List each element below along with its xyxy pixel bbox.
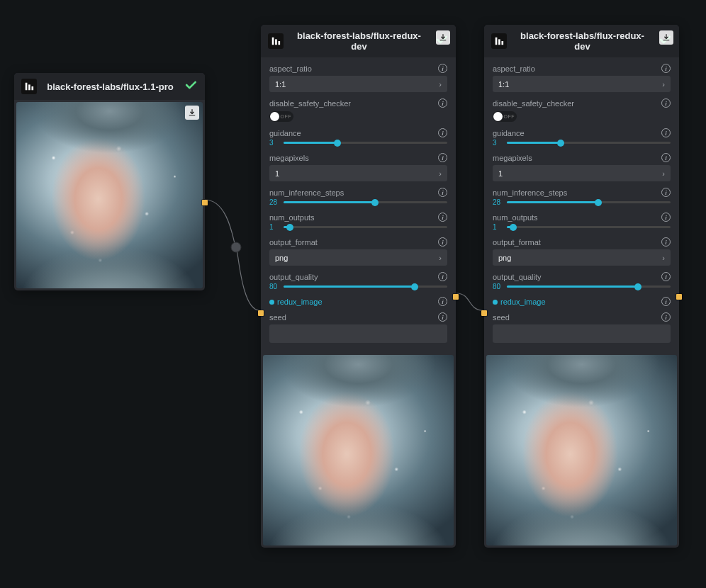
info-icon[interactable]: i [438, 188, 447, 197]
output-handle[interactable] [202, 200, 208, 205]
safety-toggle[interactable]: OFF [493, 111, 671, 122]
param-label: num_inference_steps [269, 188, 344, 197]
param-guidance: guidancei 3 [261, 126, 456, 151]
node-flux-pro[interactable]: black-forest-labs/flux-1.1-pro [14, 73, 205, 290]
megapixels-select[interactable]: 1› [269, 165, 447, 181]
info-icon[interactable]: i [438, 312, 447, 322]
node-header[interactable]: black-forest-labs/flux-redux-dev [484, 25, 679, 57]
info-icon[interactable]: i [661, 128, 671, 137]
param-label: megapixels [269, 154, 309, 162]
chevron-right-icon: › [439, 80, 442, 89]
info-icon[interactable]: i [438, 272, 447, 281]
param-aspect-ratio: aspect_ratioi 1:1› [261, 62, 456, 96]
input-handle-redux-image[interactable] [258, 310, 264, 316]
info-icon[interactable]: i [661, 272, 671, 281]
node-flux-redux-b[interactable]: black-forest-labs/flux-redux-dev aspect_… [484, 25, 679, 548]
info-icon[interactable]: i [661, 237, 671, 247]
seed-input[interactable] [269, 324, 447, 343]
input-handle-redux-image[interactable] [481, 310, 487, 316]
param-guidance: guidancei 3 [484, 126, 679, 151]
param-label: megapixels [493, 154, 532, 162]
replicate-logo-icon [491, 33, 507, 49]
info-icon[interactable]: i [438, 98, 447, 108]
info-icon[interactable]: i [661, 98, 671, 108]
svg-rect-4 [272, 38, 274, 45]
node-header[interactable]: black-forest-labs/flux-1.1-pro [14, 73, 205, 100]
aspect-ratio-select[interactable]: 1:1› [493, 76, 671, 92]
format-select[interactable]: png› [269, 249, 447, 266]
param-seed: seedi [484, 310, 679, 347]
svg-rect-7 [495, 38, 498, 45]
param-label: aspect_ratio [493, 64, 535, 73]
info-icon[interactable]: i [661, 312, 671, 322]
param-seed: seedi [261, 310, 456, 347]
param-redux-image: redux_imagei [484, 295, 679, 310]
info-icon[interactable]: i [661, 188, 671, 197]
param-label: num_inference_steps [493, 188, 567, 197]
info-icon[interactable]: i [438, 153, 447, 162]
output-handle[interactable] [453, 294, 459, 300]
param-disable-safety: disable_safety_checkeri OFF [484, 96, 679, 126]
chevron-right-icon: › [662, 254, 665, 262]
svg-rect-1 [26, 83, 28, 91]
quality-slider[interactable]: 80 [269, 283, 447, 290]
steps-slider[interactable]: 28 [269, 198, 447, 206]
svg-rect-9 [502, 41, 504, 45]
guidance-slider[interactable]: 3 [493, 139, 671, 147]
generated-image[interactable] [486, 355, 677, 545]
seed-input[interactable] [493, 324, 671, 343]
steps-slider[interactable]: 28 [493, 198, 671, 206]
info-icon[interactable]: i [661, 153, 671, 162]
chevron-right-icon: › [439, 254, 442, 262]
param-label: disable_safety_checker [269, 99, 351, 108]
param-label: output_quality [269, 273, 318, 281]
megapixels-select[interactable]: 1› [493, 165, 671, 181]
guidance-slider[interactable]: 3 [269, 139, 447, 147]
info-icon[interactable]: i [661, 297, 671, 306]
param-disable-safety: disable_safety_checkeri OFF [261, 96, 456, 126]
node-title: black-forest-labs/flux-1.1-pro [44, 81, 176, 92]
param-num-outputs: num_outputsi 1 [261, 210, 456, 235]
safety-toggle[interactable]: OFF [269, 111, 447, 122]
aspect-ratio-select[interactable]: 1:1› [269, 76, 447, 92]
check-icon [184, 78, 198, 95]
param-label: seed [269, 313, 286, 322]
info-icon[interactable]: i [438, 297, 447, 306]
generated-image[interactable] [263, 355, 454, 545]
param-megapixels: megapixelsi 1› [261, 151, 456, 186]
info-icon[interactable]: i [438, 128, 447, 137]
download-button[interactable] [659, 30, 673, 45]
node-header[interactable]: black-forest-labs/flux-redux-dev [261, 25, 456, 57]
param-label: output_format [493, 238, 541, 247]
info-icon[interactable]: i [438, 213, 447, 222]
chevron-right-icon: › [662, 80, 665, 89]
inlet-dot-icon [269, 300, 274, 305]
info-icon[interactable]: i [438, 237, 447, 247]
svg-point-0 [231, 242, 241, 252]
param-label: output_format [269, 238, 318, 247]
outputs-slider[interactable]: 1 [269, 223, 447, 231]
node-params: aspect_ratioi 1:1› disable_safety_checke… [484, 57, 679, 350]
output-handle[interactable] [676, 294, 682, 300]
param-label: guidance [269, 129, 301, 137]
node-title: black-forest-labs/flux-redux-dev [291, 30, 427, 52]
info-icon[interactable]: i [661, 213, 671, 222]
generated-image[interactable] [16, 102, 203, 288]
quality-slider[interactable]: 80 [493, 283, 671, 290]
param-num-inference-steps: num_inference_stepsi 28 [261, 186, 456, 210]
download-button[interactable] [436, 30, 450, 45]
param-output-quality: output_qualityi 80 [261, 270, 456, 295]
format-select[interactable]: png› [493, 249, 671, 266]
node-flux-redux-a[interactable]: black-forest-labs/flux-redux-dev aspect_… [261, 25, 456, 548]
info-icon[interactable]: i [661, 64, 671, 73]
param-label: num_outputs [493, 213, 538, 222]
download-button[interactable] [185, 106, 199, 120]
node-output-image [484, 353, 679, 548]
param-megapixels: megapixelsi 1› [484, 151, 679, 186]
info-icon[interactable]: i [438, 64, 447, 73]
param-label: num_outputs [269, 213, 315, 222]
chevron-right-icon: › [439, 169, 442, 178]
chevron-right-icon: › [662, 169, 665, 178]
param-label: seed [493, 313, 510, 322]
outputs-slider[interactable]: 1 [493, 223, 671, 231]
